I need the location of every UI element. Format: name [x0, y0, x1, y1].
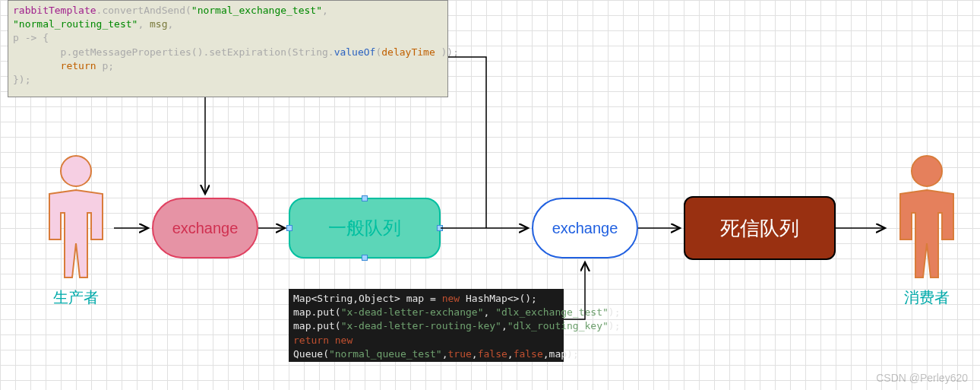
code-token: , [138, 18, 150, 30]
code-token: , [507, 348, 514, 360]
selection-handle[interactable] [286, 225, 292, 231]
code-token: "x-dead-letter-exchange" [341, 306, 484, 318]
code-token: ); [609, 320, 621, 331]
code-token: Queue( [293, 348, 329, 360]
producer-actor: 生产者 [38, 152, 114, 308]
svg-point-0 [61, 156, 91, 186]
code-token: "normal_exchange_test" [191, 5, 322, 16]
code-token: )); [441, 46, 459, 58]
person-icon [38, 152, 114, 281]
watermark: CSDN @Perley620 [876, 372, 968, 384]
code-token: false [514, 348, 543, 360]
code-token: HashMap<>(); [466, 293, 537, 304]
producer-label: 生产者 [53, 287, 99, 308]
code-token: "normal_routing_test" [13, 18, 138, 30]
code-token: map.put( [293, 320, 341, 331]
code-token: }); [13, 74, 30, 85]
selection-handle[interactable] [362, 255, 368, 261]
person-icon [889, 152, 965, 281]
code-token: "normal_queue_test" [329, 348, 442, 360]
code-token: "dlx_routing_key" [507, 320, 609, 331]
normal-queue-label: 一般队列 [328, 216, 401, 240]
code-token: , [501, 320, 507, 331]
consumer-actor: 消费者 [889, 152, 965, 308]
code-token: new [442, 293, 466, 304]
code-token: map.put( [293, 306, 341, 318]
svg-point-1 [912, 156, 942, 186]
code-token: delayTime [381, 46, 441, 58]
code-token: , [322, 5, 328, 16]
code-token: return [13, 60, 96, 71]
dlx-exchange-node: exchange [532, 198, 638, 258]
dlx-queue-node: 死信队列 [684, 196, 836, 260]
code-token: p; [96, 60, 114, 71]
code-token: true [448, 348, 472, 360]
code-token: , [442, 348, 448, 360]
code-token: valueOf [334, 46, 376, 58]
normal-queue-node[interactable]: 一般队列 [289, 198, 441, 258]
code-token: return [293, 335, 335, 346]
producer-code-box: rabbitTemplate.convertAndSend("normal_ex… [8, 0, 448, 97]
code-token: p.getMessageProperties().setExpiration(S… [13, 46, 334, 58]
code-token: p -> { [13, 32, 49, 43]
code-token: , [472, 348, 478, 360]
code-token: msg [150, 18, 167, 30]
code-token: ); [609, 306, 621, 318]
code-token: "dlx_exchange_test" [495, 306, 609, 318]
code-token: ,map); [543, 348, 579, 360]
code-token: Map<String,Object> map = [293, 293, 442, 304]
consumer-label: 消费者 [904, 287, 950, 308]
selection-handle[interactable] [362, 195, 368, 201]
code-token: .convertAndSend( [96, 5, 191, 16]
code-token: new [335, 335, 352, 346]
code-token: false [478, 348, 507, 360]
selection-handle[interactable] [437, 225, 443, 231]
arrow-code-top-to-flow [448, 57, 486, 228]
code-token: , [168, 18, 174, 30]
normal-exchange-node: exchange [152, 198, 258, 258]
code-token: , [483, 306, 495, 318]
code-token: rabbitTemplate [13, 5, 96, 16]
queue-config-code-box: Map<String,Object> map = new HashMap<>()… [289, 289, 564, 362]
code-token: "x-dead-letter-routing-key" [341, 320, 501, 331]
